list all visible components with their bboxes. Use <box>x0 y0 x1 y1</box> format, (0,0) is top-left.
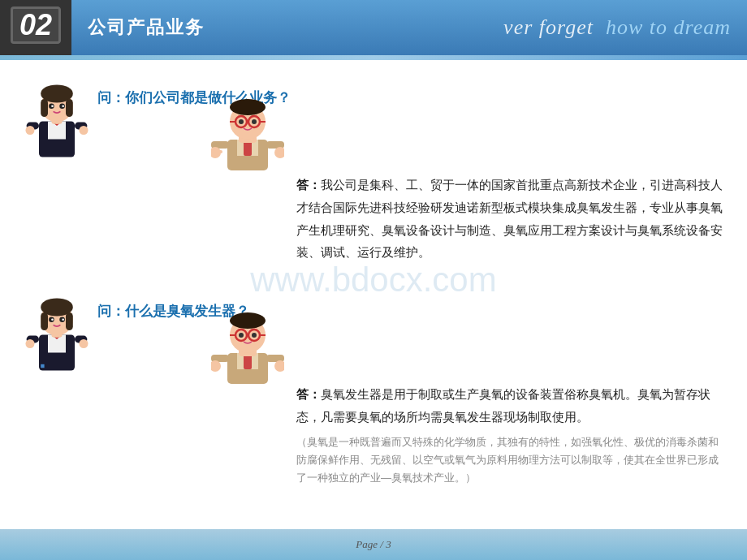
svg-rect-52 <box>41 364 44 368</box>
footer: Page / 3 <box>0 529 747 560</box>
svg-rect-34 <box>211 150 222 153</box>
qa-block-2: 问：什么是臭氧发生器？ <box>24 286 723 487</box>
avatar-boy-1 <box>203 93 292 174</box>
avatar-girl-2 <box>24 286 89 375</box>
svg-point-22 <box>230 99 266 115</box>
avatar-girl-1 <box>24 72 89 162</box>
slide-number: 02 <box>19 8 52 42</box>
svg-point-65 <box>252 333 257 338</box>
svg-point-28 <box>239 119 244 124</box>
page-number: Page / 3 <box>356 538 391 551</box>
svg-point-29 <box>252 119 257 124</box>
main-content: 问：你们公司都是做什么业务？ <box>0 60 747 511</box>
header: 02 公司产品业务 ver forget how to dream <box>0 0 747 55</box>
svg-point-64 <box>239 333 244 338</box>
monitor-frame: 02 <box>11 6 61 44</box>
svg-point-69 <box>274 360 284 372</box>
header-title-area: 公司产品业务 <box>71 0 396 55</box>
header-slogan: ver forget how to dream <box>503 15 731 40</box>
svg-rect-42 <box>41 312 48 330</box>
svg-point-12 <box>62 105 64 107</box>
svg-rect-7 <box>41 99 48 117</box>
svg-point-50 <box>26 339 35 348</box>
slogan-part2: how to dream <box>606 15 731 39</box>
avatar-boy-2 <box>203 306 292 387</box>
svg-point-11 <box>51 105 54 107</box>
svg-point-68 <box>211 360 221 372</box>
answer-text-1: 答：我公司是集科、工、贸于一体的国家首批重点高新技术企业，引进高科技人才结合国际… <box>296 166 723 264</box>
answer-label-1: 答： <box>296 178 321 192</box>
svg-rect-19 <box>244 141 252 156</box>
svg-rect-55 <box>244 355 252 369</box>
svg-point-58 <box>230 312 266 329</box>
answer-content-1: 我公司是集科、工、贸于一体的国家首批重点高新技术企业，引进高科技人才结合国际先进… <box>296 178 723 259</box>
svg-point-15 <box>26 126 35 135</box>
svg-point-16 <box>80 126 89 135</box>
answer-row-2: 答：臭氧发生器是用于制取或生产臭氧的设备装置俗称臭氧机。臭氧为暂存状态，凡需要臭… <box>24 379 723 487</box>
svg-rect-43 <box>66 312 73 330</box>
question-row-2: 问：什么是臭氧发生器？ <box>24 286 723 375</box>
page-title: 公司产品业务 <box>88 15 205 40</box>
answer-text-2-note: （臭氧是一种既普遍而又特殊的化学物质，其独有的特性，如强氧化性、极优的消毒杀菌和… <box>296 433 723 487</box>
svg-point-51 <box>80 339 89 348</box>
slogan-part1: ver forget <box>503 15 594 39</box>
header-number-box: 02 <box>0 0 71 55</box>
svg-point-47 <box>62 318 64 321</box>
svg-point-46 <box>51 318 54 321</box>
qa-block-1: 问：你们公司都是做什么业务？ <box>24 72 723 264</box>
answer-text-2-main: 答：臭氧发生器是用于制取或生产臭氧的设备装置俗称臭氧机。臭氧为暂存状态，凡需要臭… <box>296 383 723 429</box>
answer-content-2-main: 臭氧发生器是用于制取或生产臭氧的设备装置俗称臭氧机。臭氧为暂存状态，凡需要臭氧的… <box>296 387 710 424</box>
answer-row-1: 答：我公司是集科、工、贸于一体的国家首批重点高新技术企业，引进高科技人才结合国际… <box>24 166 723 264</box>
svg-rect-8 <box>66 99 73 117</box>
answer-label-2: 答： <box>296 387 321 401</box>
svg-point-33 <box>274 147 284 158</box>
question-row-1: 问：你们公司都是做什么业务？ <box>24 72 723 162</box>
